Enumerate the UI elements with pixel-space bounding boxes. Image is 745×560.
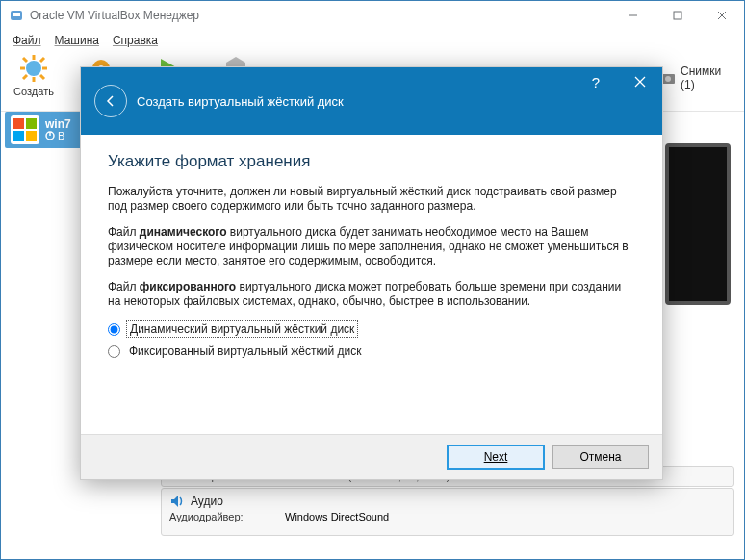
svg-line-13 [40, 58, 44, 62]
svg-line-11 [23, 58, 27, 62]
window-controls [611, 1, 744, 30]
snapshots-label: Снимки (1) [681, 64, 738, 91]
maximize-button[interactable] [655, 1, 700, 30]
svg-point-6 [26, 61, 41, 76]
close-button[interactable] [700, 1, 744, 30]
radio-fixed[interactable]: Фиксированный виртуальный жёсткий диск [108, 344, 635, 359]
svg-point-19 [665, 76, 671, 82]
svg-rect-22 [26, 118, 37, 129]
dialog-title: Создать виртуальный жёсткий диск [137, 94, 344, 109]
app-window: Oracle VM VirtualBox Менеджер Файл Машин… [0, 0, 745, 560]
dialog-p2: Файл динамического виртуального диска бу… [108, 225, 635, 268]
toolbar-create[interactable]: Создать [5, 53, 63, 97]
radio-fixed-label[interactable]: Фиксированный виртуальный жёсткий диск [126, 344, 364, 359]
svg-rect-3 [674, 12, 681, 19]
dialog-close-button[interactable] [618, 67, 662, 96]
audio-driver-value: Windows DirectSound [285, 511, 389, 522]
camera-icon [661, 72, 677, 84]
speaker-icon [169, 494, 185, 509]
dialog-heading: Укажите формат хранения [108, 152, 635, 171]
dialog-window-controls: ? [574, 67, 662, 96]
snapshots-tab[interactable]: Снимки (1) [661, 64, 738, 91]
vm-state: В [45, 130, 71, 141]
dialog-body: Укажите формат хранения Пожалуйста уточн… [81, 135, 662, 359]
svg-rect-1 [13, 13, 20, 16]
dialog-p3: Файл фиксированного виртуального диска м… [108, 280, 635, 309]
audio-driver-key: Аудиодрайвер: [169, 511, 275, 522]
sun-icon [18, 53, 49, 84]
menu-file[interactable]: Файл [7, 32, 47, 49]
back-button[interactable] [94, 85, 127, 117]
window-title: Oracle VM VirtualBox Менеджер [30, 9, 611, 22]
vm-name: win7 [45, 118, 71, 130]
radio-dynamic[interactable]: Динамический виртуальный жёсткий диск [108, 320, 635, 338]
svg-rect-24 [26, 131, 37, 141]
menubar: Файл Машина Справка [1, 30, 744, 51]
minimize-button[interactable] [611, 1, 655, 30]
audio-title: Аудио [191, 495, 223, 508]
dialog-help-button[interactable]: ? [574, 67, 618, 96]
radio-fixed-input[interactable] [108, 345, 120, 358]
titlebar: Oracle VM VirtualBox Менеджер [1, 1, 744, 30]
radio-dynamic-label[interactable]: Динамический виртуальный жёсткий диск [126, 320, 358, 338]
preview-thumbnail [665, 143, 731, 305]
radio-dynamic-input[interactable] [108, 323, 120, 336]
svg-rect-23 [13, 131, 24, 141]
svg-line-12 [40, 75, 44, 79]
dialog-p1: Пожалуйста уточните, должен ли новый вир… [108, 185, 635, 214]
menu-help[interactable]: Справка [107, 32, 164, 49]
dialog-titlebar: Создать виртуальный жёсткий диск ? [81, 67, 662, 135]
cancel-button[interactable]: Отмена [552, 445, 649, 469]
vm-text: win7 В [45, 118, 71, 141]
menu-machine[interactable]: Машина [49, 32, 105, 49]
create-disk-dialog: Создать виртуальный жёсткий диск ? Укажи… [80, 66, 663, 480]
toolbar-create-label: Создать [13, 86, 54, 97]
dialog-footer: Next Отмена [81, 434, 662, 479]
power-icon [45, 131, 55, 140]
svg-rect-21 [13, 118, 24, 129]
windows-icon [11, 115, 39, 144]
next-button[interactable]: Next [447, 445, 545, 470]
audio-section: Аудио Аудиодрайвер: Windows DirectSound [161, 488, 734, 536]
svg-line-14 [23, 75, 27, 79]
app-icon [9, 8, 24, 23]
